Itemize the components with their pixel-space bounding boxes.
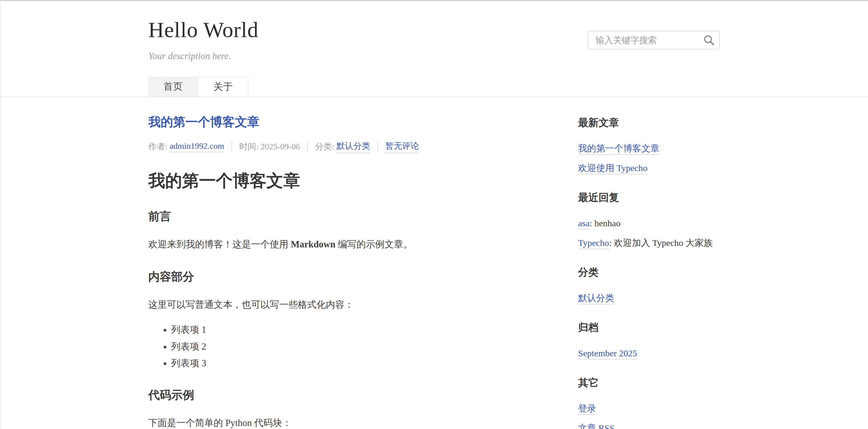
widget-categories: 分类 默认分类	[578, 265, 720, 304]
comment-excerpt: : 欢迎加入 Typecho 大家族	[609, 238, 713, 248]
widget-recent-posts: 最新文章 我的第一个博客文章 欢迎使用 Typecho	[578, 116, 720, 174]
comments-link[interactable]: 暂无评论	[385, 140, 419, 153]
section-heading-content: 内容部分	[148, 270, 520, 284]
post-rss-link[interactable]: 文章 RSS	[578, 423, 615, 429]
list-item: 列表项 2	[171, 340, 520, 353]
recent-post-link[interactable]: 欢迎使用 Typecho	[578, 163, 647, 174]
search-box	[588, 31, 720, 50]
content-list: 列表项 1 列表项 2 列表项 3	[148, 323, 520, 370]
recent-post-item: 欢迎使用 Typecho	[578, 162, 720, 174]
archive-item: September 2025	[578, 347, 720, 359]
widget-misc: 其它 登录 文章 RSS 评论 RSS	[578, 376, 720, 429]
post-title-link[interactable]: 我的第一个博客文章	[148, 115, 259, 129]
main-nav: 首页 关于	[148, 77, 720, 96]
category-label: 分类:	[315, 141, 334, 152]
widget-title: 归档	[578, 321, 720, 335]
nav-tab-home[interactable]: 首页	[148, 77, 198, 96]
comment-author-link[interactable]: asa	[578, 218, 590, 230]
post-date: 2025-09-06	[261, 142, 300, 151]
site-branding: Hello World Your description here.	[148, 19, 258, 61]
widget-title: 最近回复	[578, 191, 720, 204]
list-item: 列表项 1	[171, 323, 520, 336]
meta-divider	[231, 142, 232, 151]
widget-title: 最新文章	[578, 116, 720, 130]
sidebar-category-link[interactable]: 默认分类	[578, 293, 614, 305]
misc-item: 文章 RSS	[578, 422, 720, 429]
widget-archives: 归档 September 2025	[578, 321, 720, 359]
archive-link[interactable]: September 2025	[578, 348, 637, 360]
meta-divider	[307, 142, 308, 151]
meta-divider	[377, 142, 378, 151]
search-icon[interactable]	[703, 34, 715, 46]
intro-paragraph: 欢迎来到我的博客！这是一个使用 Markdown 编写的示例文章。	[148, 237, 520, 252]
section-heading-code: 代码示例	[148, 388, 520, 402]
intro-text-after: 编写的示例文章。	[336, 239, 412, 250]
intro-text-before: 欢迎来到我的博客！这是一个使用	[148, 239, 291, 250]
time-label: 时间:	[239, 141, 258, 152]
recent-comment-item: Typecho: 欢迎加入 Typecho 大家族	[578, 237, 720, 249]
site-header: Hello World Your description here. 首页 关于	[0, 0, 868, 97]
category-item: 默认分类	[578, 292, 720, 304]
comment-excerpt: : henhao	[590, 218, 620, 228]
blog-post: 我的第一个博客文章 作者: admin1992.com 时间: 2025-09-…	[148, 115, 520, 429]
nav-tab-about[interactable]: 关于	[198, 77, 248, 96]
comment-author-link[interactable]: Typecho	[578, 238, 609, 249]
section-heading-intro: 前言	[148, 210, 520, 224]
list-item: 列表项 3	[171, 356, 520, 370]
code-intro-paragraph: 下面是一个简单的 Python 代码块：	[148, 416, 520, 429]
widget-title: 分类	[578, 265, 720, 279]
article-heading: 我的第一个博客文章	[148, 171, 520, 191]
site-description: Your description here.	[148, 51, 258, 61]
recent-post-link[interactable]: 我的第一个博客文章	[578, 143, 659, 155]
recent-comment-item: asa: henhao	[578, 217, 720, 229]
site-title: Hello World	[148, 19, 258, 41]
login-link[interactable]: 登录	[578, 403, 596, 415]
intro-bold-markdown: Markdown	[291, 239, 336, 250]
post-title: 我的第一个博客文章	[148, 115, 520, 130]
content-paragraph: 这里可以写普通文本，也可以写一些格式化内容：	[148, 298, 520, 312]
search-input[interactable]	[588, 31, 720, 50]
misc-item: 登录	[578, 402, 720, 414]
author-label: 作者:	[148, 141, 167, 152]
widget-recent-comments: 最近回复 asa: henhao Typecho: 欢迎加入 Typecho 大…	[578, 191, 720, 249]
category-link[interactable]: 默认分类	[336, 140, 370, 153]
sidebar: 最新文章 我的第一个博客文章 欢迎使用 Typecho 最近回复 asa: he…	[578, 115, 720, 429]
post-meta: 作者: admin1992.com 时间: 2025-09-06 分类: 默认分…	[148, 140, 520, 153]
recent-post-item: 我的第一个博客文章	[578, 142, 720, 154]
widget-title: 其它	[578, 376, 720, 390]
author-link[interactable]: admin1992.com	[170, 141, 224, 152]
